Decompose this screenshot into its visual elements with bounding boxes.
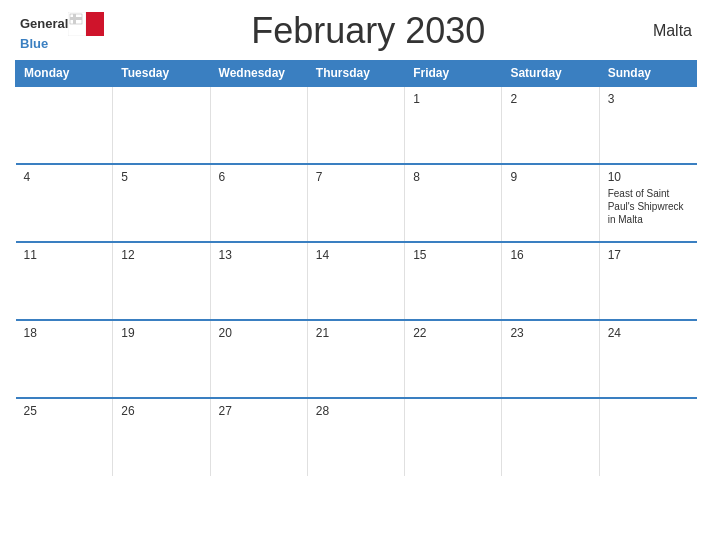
day-number: 9 (510, 170, 590, 184)
header: General Blue February 2030 Malta (15, 10, 697, 52)
calendar-day: 28 (307, 398, 404, 476)
calendar-day: 3 (599, 86, 696, 164)
calendar-week-1: 123 (16, 86, 697, 164)
logo-flag-icon (68, 12, 104, 36)
calendar-week-4: 18192021222324 (16, 320, 697, 398)
calendar-event: Feast of Saint Paul's Shipwreck in Malta (608, 187, 689, 226)
calendar-table: Monday Tuesday Wednesday Thursday Friday… (15, 60, 697, 476)
page-title: February 2030 (104, 10, 632, 52)
day-number: 12 (121, 248, 201, 262)
day-number: 16 (510, 248, 590, 262)
day-number: 28 (316, 404, 396, 418)
calendar-day: 1 (405, 86, 502, 164)
calendar-week-2: 45678910Feast of Saint Paul's Shipwreck … (16, 164, 697, 242)
col-tuesday: Tuesday (113, 61, 210, 87)
calendar-day: 2 (502, 86, 599, 164)
calendar-day: 19 (113, 320, 210, 398)
calendar-day: 25 (16, 398, 113, 476)
calendar-day: 27 (210, 398, 307, 476)
calendar-day: 15 (405, 242, 502, 320)
calendar-day: 20 (210, 320, 307, 398)
day-number: 19 (121, 326, 201, 340)
day-number: 20 (219, 326, 299, 340)
day-number: 22 (413, 326, 493, 340)
day-number: 27 (219, 404, 299, 418)
calendar-day: 9 (502, 164, 599, 242)
calendar-day (113, 86, 210, 164)
day-number: 11 (24, 248, 105, 262)
col-wednesday: Wednesday (210, 61, 307, 87)
svg-rect-4 (70, 17, 82, 20)
day-number: 21 (316, 326, 396, 340)
logo: General Blue (20, 12, 104, 51)
day-number: 14 (316, 248, 396, 262)
day-number: 26 (121, 404, 201, 418)
calendar-day: 11 (16, 242, 113, 320)
day-number: 1 (413, 92, 493, 106)
calendar-week-5: 25262728 (16, 398, 697, 476)
day-number: 17 (608, 248, 689, 262)
calendar-day: 13 (210, 242, 307, 320)
calendar-day: 18 (16, 320, 113, 398)
calendar-day: 10Feast of Saint Paul's Shipwreck in Mal… (599, 164, 696, 242)
col-saturday: Saturday (502, 61, 599, 87)
calendar-day: 22 (405, 320, 502, 398)
day-number: 5 (121, 170, 201, 184)
day-number: 4 (24, 170, 105, 184)
page: General Blue February 2030 Malta (0, 0, 712, 550)
calendar-day (307, 86, 404, 164)
day-number: 3 (608, 92, 689, 106)
col-sunday: Sunday (599, 61, 696, 87)
calendar-day (16, 86, 113, 164)
day-number: 13 (219, 248, 299, 262)
calendar-day: 12 (113, 242, 210, 320)
day-number: 8 (413, 170, 493, 184)
day-number: 6 (219, 170, 299, 184)
day-number: 23 (510, 326, 590, 340)
svg-rect-1 (86, 12, 104, 36)
calendar-day: 24 (599, 320, 696, 398)
calendar-day (210, 86, 307, 164)
day-number: 25 (24, 404, 105, 418)
calendar-day: 14 (307, 242, 404, 320)
col-monday: Monday (16, 61, 113, 87)
calendar-week-3: 11121314151617 (16, 242, 697, 320)
country-label: Malta (632, 22, 692, 40)
day-number: 24 (608, 326, 689, 340)
calendar-day: 23 (502, 320, 599, 398)
calendar-day: 8 (405, 164, 502, 242)
calendar-day: 4 (16, 164, 113, 242)
calendar-day: 26 (113, 398, 210, 476)
day-number: 10 (608, 170, 689, 184)
calendar-day (405, 398, 502, 476)
calendar-day: 21 (307, 320, 404, 398)
calendar-day: 6 (210, 164, 307, 242)
calendar-day: 5 (113, 164, 210, 242)
col-friday: Friday (405, 61, 502, 87)
logo-general-text: General (20, 16, 68, 31)
calendar-header-row: Monday Tuesday Wednesday Thursday Friday… (16, 61, 697, 87)
calendar-day: 7 (307, 164, 404, 242)
day-number: 2 (510, 92, 590, 106)
day-number: 7 (316, 170, 396, 184)
calendar-day (502, 398, 599, 476)
col-thursday: Thursday (307, 61, 404, 87)
calendar-day: 17 (599, 242, 696, 320)
logo-blue-text: Blue (20, 36, 48, 51)
calendar-day: 16 (502, 242, 599, 320)
day-number: 15 (413, 248, 493, 262)
day-number: 18 (24, 326, 105, 340)
calendar-day (599, 398, 696, 476)
